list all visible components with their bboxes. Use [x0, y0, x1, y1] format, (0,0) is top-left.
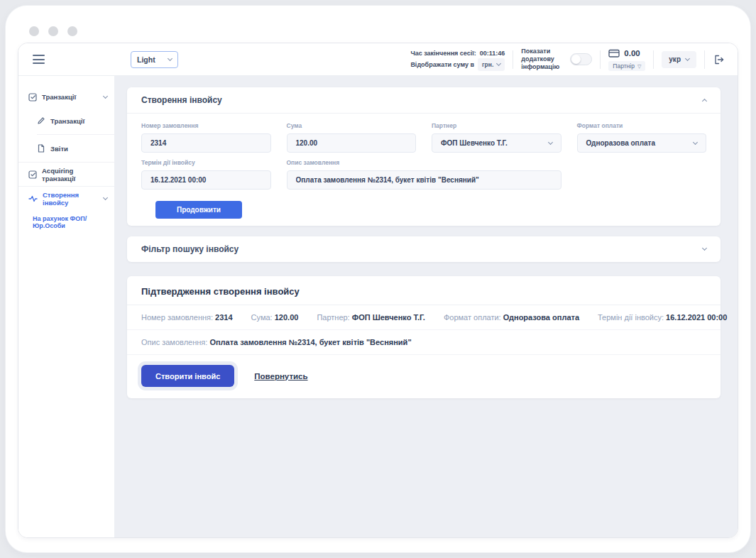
partner-badge[interactable]: Партнір ▽ — [608, 61, 645, 71]
show-info-toggle[interactable] — [570, 53, 592, 65]
checkbox-icon — [28, 93, 37, 102]
balance-block: 0.00 Партнір ▽ — [608, 48, 645, 71]
create-invoice-form: Номер замовлення Сума Партнер ФОП Шевче — [127, 114, 721, 226]
triangle-down-icon: ▽ — [637, 64, 641, 69]
sidebar-item-transactions-group[interactable]: Транзакції — [18, 86, 114, 108]
session-label: Час закінчення сесії: — [410, 48, 476, 58]
divider — [704, 50, 705, 69]
payment-format-select[interactable]: Одноразова оплата — [577, 133, 707, 153]
sidebar-item-acquiring[interactable]: Acquiring транзакції — [18, 163, 114, 185]
confirmation-buttons: Створити інвойс Повернутись — [127, 355, 721, 398]
sidebar-item-transactions[interactable]: Транзакції — [18, 108, 114, 133]
chevron-down-icon — [103, 93, 108, 98]
amount-input[interactable] — [287, 133, 417, 153]
description-label: Опис замовлення — [287, 159, 561, 166]
display-sum-label: Відображати суму в — [410, 60, 474, 70]
sidebar-item-label: Транзакції — [42, 93, 99, 101]
checkbox-icon — [28, 170, 37, 179]
logout-button[interactable] — [713, 54, 725, 65]
summary-payment-format: Формат оплати: Одноразова оплата — [444, 313, 579, 322]
summary-order-number: Номер замовлення: 2314 — [141, 313, 233, 322]
amount-field: Сума — [287, 122, 417, 153]
activity-icon — [28, 195, 38, 203]
chevron-down-icon — [547, 139, 552, 144]
panel-title: Створення інвойсу — [141, 95, 222, 105]
toggle-knob — [571, 55, 581, 64]
sidebar: Транзакції Транзакції Звіти — [18, 76, 114, 537]
description-input[interactable] — [287, 170, 561, 190]
window-dot — [48, 26, 58, 36]
currency-select-value: грн. — [482, 60, 493, 70]
confirmation-panel: Підтвердження створення інвойсу Номер за… — [127, 276, 721, 398]
pencil-icon — [37, 116, 45, 125]
validity-input[interactable] — [141, 170, 271, 190]
payment-format-select-value: Одноразова оплата — [586, 139, 656, 147]
browser-window: Light Час закінчення сесії: 00:11:46 Від… — [6, 6, 750, 552]
confirmation-description-row: Опис замовлення: Оплата замовлення №2314… — [127, 330, 721, 354]
window-dot — [29, 26, 39, 36]
chevron-down-icon — [168, 55, 172, 60]
divider — [18, 186, 114, 187]
logout-icon — [713, 54, 725, 65]
partner-select[interactable]: ФОП Шевченко Т.Г. — [432, 133, 561, 153]
divider — [653, 50, 654, 69]
sidebar-item-fop-account[interactable]: На рахунок ФОП/Юр.Особи — [18, 209, 114, 235]
currency-select[interactable]: грн. — [478, 58, 505, 71]
create-invoice-button[interactable]: Створити інвойс — [141, 365, 234, 387]
language-select[interactable]: укр — [662, 51, 696, 68]
order-number-field: Номер замовлення — [141, 122, 271, 153]
summary-amount: Сума: 120.00 — [251, 313, 299, 322]
window-dot — [67, 26, 77, 36]
balance-value: 0.00 — [624, 49, 640, 58]
sidebar-item-create-invoice-group[interactable]: Створення інвойсу — [18, 187, 114, 209]
sidebar-item-label: Транзакції — [50, 117, 107, 125]
create-invoice-panel: Створення інвойсу Номер замовлення Сума — [127, 87, 721, 226]
language-select-value: укр — [669, 55, 681, 63]
chevron-down-icon[interactable] — [702, 246, 707, 251]
validity-field: Термін дії інвойсу — [141, 159, 271, 190]
partner-field: Партнер ФОП Шевченко Т.Г. — [432, 122, 561, 153]
chevron-down-icon — [103, 195, 108, 199]
card-icon — [608, 48, 620, 59]
theme-select-value: Light — [137, 55, 155, 64]
sidebar-item-reports[interactable]: Звіти — [18, 136, 114, 161]
divider — [513, 50, 513, 69]
confirmation-summary-row: Номер замовлення: 2314 Сума: 120.00 Парт… — [127, 305, 721, 329]
divider — [600, 50, 601, 69]
summary-validity: Термін дії інвойсу: 16.12.2021 00:00 — [598, 313, 727, 322]
chevron-up-icon[interactable] — [702, 99, 707, 104]
payment-format-field: Формат оплати Одноразова оплата — [577, 122, 707, 153]
chevron-down-icon — [693, 139, 698, 144]
amount-label: Сума — [287, 122, 417, 129]
partner-badge-label: Партнір — [613, 62, 635, 70]
continue-button[interactable]: Продовжити — [155, 201, 242, 219]
theme-select[interactable]: Light — [131, 51, 178, 68]
document-icon — [37, 144, 45, 153]
summary-description: Опис замовлення: Оплата замовлення №2314… — [141, 338, 412, 346]
order-number-label: Номер замовлення — [141, 122, 271, 129]
validity-label: Термін дії інвойсу — [141, 159, 271, 166]
order-number-input[interactable] — [141, 133, 271, 153]
topbar-right: Час закінчення сесії: 00:11:46 Відобража… — [410, 48, 728, 71]
topbar: Light Час закінчення сесії: 00:11:46 Від… — [18, 43, 738, 76]
app-frame: Light Час закінчення сесії: 00:11:46 Від… — [18, 43, 738, 538]
invoice-filter-panel-header[interactable]: Фільтр пошуку інвойсу — [127, 236, 721, 262]
window-traffic-dots — [29, 26, 77, 36]
panel-title: Фільтр пошуку інвойсу — [141, 244, 239, 254]
body-row: Транзакції Транзакції Звіти — [18, 76, 738, 537]
chevron-down-icon — [496, 60, 501, 65]
sidebar-item-label: Створення інвойсу — [43, 191, 99, 207]
sidebar-item-label: На рахунок ФОП/Юр.Особи — [33, 215, 107, 229]
sidebar-item-label: Звіти — [50, 145, 107, 153]
sidebar-item-label: Acquiring транзакції — [42, 167, 107, 182]
divider — [18, 162, 114, 163]
invoice-filter-panel: Фільтр пошуку інвойсу — [127, 236, 721, 262]
divider — [37, 134, 114, 135]
session-info: Час закінчення сесії: 00:11:46 Відобража… — [410, 48, 505, 71]
back-link[interactable]: Повернутись — [254, 372, 307, 381]
session-time: 00:11:46 — [480, 48, 505, 58]
menu-icon[interactable] — [33, 55, 45, 64]
create-invoice-panel-header[interactable]: Створення інвойсу — [127, 87, 721, 113]
partner-label: Партнер — [432, 122, 561, 129]
show-info-label: Показати додаткову інформацію — [521, 48, 562, 71]
